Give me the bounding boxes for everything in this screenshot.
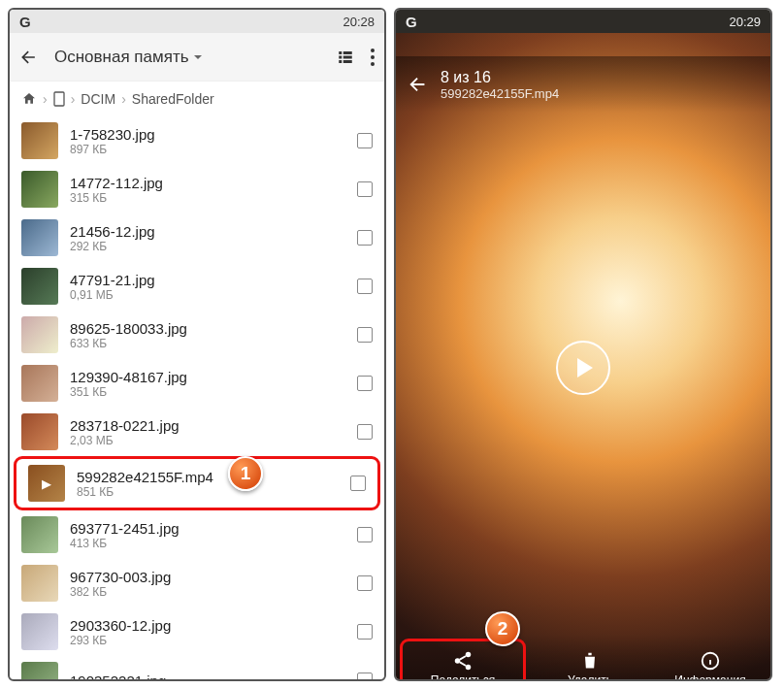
file-row[interactable]: 599282e42155F.mp4851 КБ bbox=[14, 456, 380, 510]
file-thumbnail bbox=[21, 219, 58, 256]
home-icon[interactable] bbox=[21, 91, 37, 107]
file-meta: 1-758230.jpg897 КБ bbox=[70, 126, 345, 156]
file-row[interactable]: 283718-0221.jpg2,03 МБ bbox=[10, 408, 384, 456]
file-thumbnail bbox=[21, 613, 58, 650]
file-checkbox[interactable] bbox=[357, 279, 373, 294]
back-icon[interactable] bbox=[408, 74, 429, 95]
info-icon bbox=[700, 650, 721, 672]
file-checkbox[interactable] bbox=[357, 624, 373, 640]
file-row[interactable]: 967730-003.jpg382 КБ bbox=[10, 559, 384, 607]
google-icon: G bbox=[19, 14, 31, 30]
svg-point-8 bbox=[371, 62, 375, 66]
file-size: 633 КБ bbox=[70, 337, 345, 350]
back-icon[interactable] bbox=[19, 48, 39, 67]
file-name: 21456-12.jpg bbox=[70, 223, 345, 240]
file-row[interactable]: 21456-12.jpg292 КБ bbox=[10, 213, 384, 262]
file-size: 0,91 МБ bbox=[70, 288, 345, 302]
sd-icon[interactable] bbox=[53, 91, 65, 107]
delete-button[interactable]: Удалить bbox=[530, 635, 650, 681]
file-row[interactable]: 693771-2451.jpg413 КБ bbox=[10, 510, 384, 559]
share-icon bbox=[452, 650, 474, 672]
chevron-right-icon: › bbox=[43, 91, 48, 107]
file-name: 967730-003.jpg bbox=[70, 569, 345, 585]
svg-rect-5 bbox=[343, 60, 352, 63]
file-name: 693771-2451.jpg bbox=[70, 520, 345, 537]
file-checkbox[interactable] bbox=[357, 376, 373, 391]
status-time: 20:28 bbox=[343, 15, 375, 29]
file-checkbox[interactable] bbox=[357, 133, 373, 148]
file-checkbox[interactable] bbox=[350, 476, 366, 491]
status-time: 20:29 bbox=[729, 15, 761, 29]
file-meta: 129390-48167.jpg351 КБ bbox=[70, 369, 345, 399]
file-row[interactable]: 2903360-12.jpg293 КБ bbox=[10, 607, 384, 656]
toolbar: Основная память bbox=[10, 33, 384, 82]
overflow-menu-icon[interactable] bbox=[371, 49, 375, 66]
svg-rect-9 bbox=[54, 92, 64, 106]
viewer-header: 8 из 16 599282e42155F.mp4 bbox=[396, 56, 770, 113]
svg-rect-2 bbox=[339, 55, 342, 58]
file-list[interactable]: 1-758230.jpg897 КБ14772-112.jpg315 КБ214… bbox=[10, 116, 384, 679]
file-name: 599282e42155F.mp4 bbox=[77, 469, 339, 485]
file-meta: 190352221.jpg bbox=[70, 673, 345, 680]
file-name: 47791-21.jpg bbox=[70, 272, 345, 288]
status-bar: G 20:28 bbox=[10, 10, 384, 33]
chevron-right-icon: › bbox=[71, 91, 76, 107]
file-checkbox[interactable] bbox=[357, 181, 373, 197]
file-checkbox[interactable] bbox=[357, 327, 373, 343]
file-name: 190352221.jpg bbox=[70, 673, 345, 680]
video-preview[interactable]: 8 из 16 599282e42155F.mp4 Поделиться Уда… bbox=[396, 33, 770, 681]
file-meta: 2903360-12.jpg293 КБ bbox=[70, 617, 345, 647]
status-bar: G 20:29 bbox=[396, 10, 770, 33]
svg-rect-1 bbox=[343, 51, 352, 54]
svg-point-12 bbox=[466, 665, 472, 671]
file-size: 293 КБ bbox=[70, 634, 345, 647]
file-name: 283718-0221.jpg bbox=[70, 417, 345, 434]
viewer-actions: Поделиться Удалить Информация bbox=[396, 635, 770, 681]
callout-badge-1: 1 bbox=[228, 456, 263, 491]
file-row[interactable]: 89625-180033.jpg633 КБ bbox=[10, 311, 384, 359]
delete-label: Удалить bbox=[568, 673, 612, 681]
chevron-right-icon: › bbox=[121, 91, 126, 107]
file-row[interactable]: 129390-48167.jpg351 КБ bbox=[10, 359, 384, 408]
file-row[interactable]: 190352221.jpg bbox=[10, 656, 384, 679]
breadcrumb-segment[interactable]: SharedFolder bbox=[132, 91, 214, 107]
item-counter: 8 из 16 bbox=[441, 69, 559, 86]
file-row[interactable]: 47791-21.jpg0,91 МБ bbox=[10, 262, 384, 311]
svg-point-11 bbox=[455, 658, 461, 664]
file-size: 351 КБ bbox=[70, 385, 345, 399]
play-button[interactable] bbox=[556, 341, 610, 395]
trash-icon bbox=[580, 650, 600, 672]
storage-label: Основная память bbox=[54, 48, 189, 67]
breadcrumb[interactable]: › › DCIM › SharedFolder bbox=[10, 82, 384, 116]
file-thumbnail bbox=[21, 516, 58, 553]
file-checkbox[interactable] bbox=[357, 575, 373, 591]
svg-point-7 bbox=[371, 55, 375, 59]
file-meta: 967730-003.jpg382 КБ bbox=[70, 569, 345, 599]
file-thumbnail bbox=[28, 465, 65, 502]
file-thumbnail bbox=[21, 413, 58, 450]
file-meta: 14772-112.jpg315 КБ bbox=[70, 175, 345, 205]
breadcrumb-segment[interactable]: DCIM bbox=[81, 91, 115, 107]
file-row[interactable]: 14772-112.jpg315 КБ bbox=[10, 165, 384, 213]
callout-badge-2: 2 bbox=[485, 611, 520, 646]
file-meta: 21456-12.jpg292 КБ bbox=[70, 223, 345, 253]
info-button[interactable]: Информация bbox=[650, 635, 770, 681]
file-thumbnail bbox=[21, 171, 58, 208]
file-row[interactable]: 1-758230.jpg897 КБ bbox=[10, 116, 384, 165]
file-size: 2,03 МБ bbox=[70, 434, 345, 447]
file-checkbox[interactable] bbox=[357, 424, 373, 440]
google-icon: G bbox=[406, 14, 417, 30]
file-name: 129390-48167.jpg bbox=[70, 369, 345, 385]
file-checkbox[interactable] bbox=[357, 673, 373, 679]
file-checkbox[interactable] bbox=[357, 230, 373, 246]
file-thumbnail bbox=[21, 268, 58, 305]
file-meta: 47791-21.jpg0,91 МБ bbox=[70, 272, 345, 302]
file-thumbnail bbox=[21, 662, 58, 679]
list-view-icon[interactable] bbox=[336, 49, 355, 66]
file-meta: 89625-180033.jpg633 КБ bbox=[70, 320, 345, 350]
storage-dropdown[interactable]: Основная память bbox=[54, 48, 203, 67]
file-name: 89625-180033.jpg bbox=[70, 320, 345, 337]
file-name: 1-758230.jpg bbox=[70, 126, 345, 143]
file-meta: 599282e42155F.mp4851 КБ bbox=[77, 469, 339, 499]
file-checkbox[interactable] bbox=[357, 527, 373, 542]
